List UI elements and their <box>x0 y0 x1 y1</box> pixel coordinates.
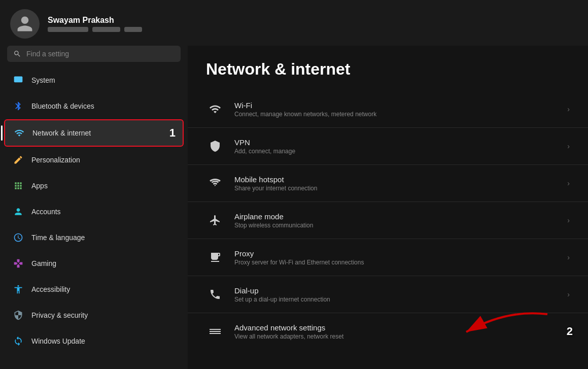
search-input[interactable] <box>26 50 175 58</box>
personalization-icon <box>12 154 24 166</box>
sidebar-item-label-time: Time & language <box>31 233 85 242</box>
sidebar-item-label-update: Windows Update <box>31 337 85 345</box>
sidebar-item-personalization[interactable]: Personalization <box>4 147 184 173</box>
sidebar-item-label-accessibility: Accessibility <box>31 285 70 293</box>
user-sub <box>48 27 142 32</box>
accessibility-icon <box>12 283 24 295</box>
network-icon <box>13 127 25 139</box>
setting-desc-dialup: Set up a dial-up internet connection <box>234 296 330 303</box>
setting-row-dialup[interactable]: Dial-up Set up a dial-up internet connec… <box>188 276 588 313</box>
chevron-right-icon-dialup: › <box>567 290 570 298</box>
setting-name-proxy: Proxy <box>234 249 364 258</box>
sidebar-item-update[interactable]: Windows Update <box>4 328 184 354</box>
user-sub-block-1 <box>48 27 88 32</box>
privacy-icon <box>12 309 24 321</box>
sidebar-item-label-gaming: Gaming <box>31 259 56 267</box>
hotspot-setting-icon <box>206 174 224 192</box>
setting-text-advanced: Advanced network settings View all netwo… <box>234 323 343 340</box>
wifi-setting-icon <box>206 100 224 118</box>
proxy-setting-icon <box>206 248 224 266</box>
sidebar-item-bluetooth[interactable]: Bluetooth & devices <box>4 93 184 119</box>
setting-row-airplane[interactable]: Airplane mode Stop wireless communicatio… <box>188 202 588 239</box>
setting-desc-proxy: Proxy server for Wi-Fi and Ethernet conn… <box>234 259 364 266</box>
sidebar-item-network[interactable]: Network & internet 1 <box>4 119 184 147</box>
setting-row-hotspot[interactable]: Mobile hotspot Share your internet conne… <box>188 165 588 202</box>
settings-list: Wi-Fi Connect, manage known networks, me… <box>188 91 588 350</box>
dialup-setting-icon <box>206 285 224 304</box>
setting-text-proxy: Proxy Proxy server for Wi-Fi and Etherne… <box>234 249 364 266</box>
setting-row-wifi[interactable]: Wi-Fi Connect, manage known networks, me… <box>188 91 588 128</box>
setting-desc-airplane: Stop wireless communication <box>234 222 313 229</box>
sidebar: System Bluetooth & devices Network & int… <box>0 46 188 369</box>
user-sub-block-2 <box>92 27 120 32</box>
setting-row-vpn[interactable]: VPN Add, connect, manage › <box>188 128 588 165</box>
setting-desc-vpn: Add, connect, manage <box>234 148 295 155</box>
setting-row-advanced[interactable]: Advanced network settings View all netwo… <box>188 313 588 350</box>
sidebar-item-label-apps: Apps <box>31 182 48 190</box>
svg-rect-0 <box>14 77 23 83</box>
setting-text-hotspot: Mobile hotspot Share your internet conne… <box>234 175 317 192</box>
chevron-right-icon-vpn: › <box>567 142 570 150</box>
sidebar-item-accessibility[interactable]: Accessibility <box>4 277 184 302</box>
setting-text-airplane: Airplane mode Stop wireless communicatio… <box>234 212 313 229</box>
setting-text-vpn: VPN Add, connect, manage <box>234 138 295 155</box>
annotation-number-2: 2 <box>567 325 573 338</box>
setting-name-wifi: Wi-Fi <box>234 101 376 110</box>
avatar <box>10 9 40 39</box>
update-icon <box>12 335 24 347</box>
setting-name-airplane: Airplane mode <box>234 212 313 221</box>
bluetooth-icon <box>12 100 24 112</box>
nav-items: System Bluetooth & devices Network & int… <box>0 67 188 364</box>
gaming-icon <box>12 257 24 270</box>
setting-desc-hotspot: Share your internet connection <box>234 185 317 192</box>
sidebar-item-label-privacy: Privacy & security <box>31 311 88 319</box>
chevron-right-icon-wifi: › <box>567 105 570 113</box>
annotation-number-1: 1 <box>169 126 176 140</box>
setting-name-vpn: VPN <box>234 138 295 147</box>
main-layout: System Bluetooth & devices Network & int… <box>0 46 588 369</box>
sidebar-item-label-bluetooth: Bluetooth & devices <box>31 102 94 110</box>
user-icon <box>16 15 34 33</box>
header: Swayam Prakash <box>0 0 588 46</box>
setting-text-dialup: Dial-up Set up a dial-up internet connec… <box>234 286 330 303</box>
airplane-setting-icon <box>206 211 224 229</box>
search-icon <box>13 50 21 58</box>
user-name: Swayam Prakash <box>48 16 142 25</box>
chevron-right-icon-airplane: › <box>567 216 570 224</box>
sidebar-item-label-network: Network & internet <box>32 129 91 137</box>
setting-desc-wifi: Connect, manage known networks, metered … <box>234 111 376 118</box>
setting-desc-advanced: View all network adapters, network reset <box>234 333 343 340</box>
setting-name-hotspot: Mobile hotspot <box>234 175 317 184</box>
time-icon <box>12 231 24 244</box>
content-panel: Network & internet Wi-Fi Connect, manage… <box>188 46 588 369</box>
chevron-right-icon-proxy: › <box>567 253 570 261</box>
user-info: Swayam Prakash <box>48 16 142 32</box>
chevron-right-icon-hotspot: › <box>567 179 570 187</box>
system-icon <box>12 74 24 86</box>
sidebar-item-accounts[interactable]: Accounts <box>4 199 184 224</box>
sidebar-item-label-accounts: Accounts <box>31 208 61 216</box>
setting-text-wifi: Wi-Fi Connect, manage known networks, me… <box>234 101 376 118</box>
apps-icon <box>12 180 24 192</box>
sidebar-item-gaming[interactable]: Gaming <box>4 251 184 276</box>
advanced-setting-icon <box>206 322 224 341</box>
page-title: Network & internet <box>188 46 588 91</box>
search-bar[interactable] <box>7 46 181 62</box>
sidebar-item-apps[interactable]: Apps <box>4 173 184 198</box>
user-sub-block-3 <box>124 27 142 32</box>
sidebar-item-time[interactable]: Time & language <box>4 225 184 250</box>
sidebar-item-system[interactable]: System <box>4 68 184 93</box>
setting-row-proxy[interactable]: Proxy Proxy server for Wi-Fi and Etherne… <box>188 239 588 276</box>
sidebar-item-label-system: System <box>31 76 55 84</box>
sidebar-item-privacy[interactable]: Privacy & security <box>4 303 184 328</box>
sidebar-item-label-personalization: Personalization <box>31 156 80 164</box>
setting-name-advanced: Advanced network settings <box>234 323 343 332</box>
accounts-icon <box>12 206 24 218</box>
setting-name-dialup: Dial-up <box>234 286 330 295</box>
vpn-setting-icon <box>206 137 224 155</box>
